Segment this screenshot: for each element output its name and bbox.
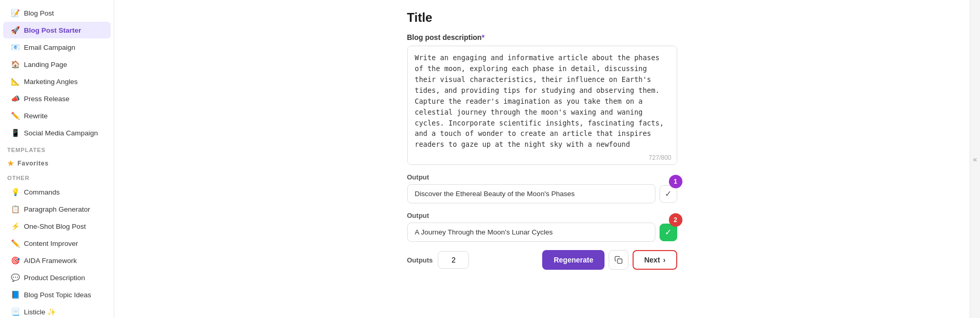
content-improver-icon: ✏️ bbox=[10, 239, 20, 248]
sidebar-item-label: Commands bbox=[24, 188, 60, 196]
sidebar-item-label: Product Description bbox=[24, 274, 85, 282]
sidebar-item-product-description[interactable]: 💬 Product Description bbox=[3, 269, 111, 286]
one-shot-icon: ⚡ bbox=[10, 222, 20, 231]
templates-section-label: TEMPLATES bbox=[0, 142, 114, 155]
marketing-angles-icon: 📐 bbox=[10, 77, 20, 86]
rewrite-icon: ✏️ bbox=[10, 111, 20, 120]
sidebar-item-content-improver[interactable]: ✏️ Content Improver bbox=[3, 235, 111, 252]
sidebar-item-commands[interactable]: 💡 Commands bbox=[3, 184, 111, 200]
page-title: Title bbox=[407, 10, 677, 25]
output1-input[interactable] bbox=[407, 184, 655, 203]
output2-input[interactable] bbox=[407, 223, 655, 242]
email-campaign-icon: 📧 bbox=[10, 43, 20, 52]
sidebar-item-label: Email Campaign bbox=[24, 44, 75, 51]
sidebar-item-aida-framework[interactable]: 🎯 AIDA Framework bbox=[3, 252, 111, 269]
outputs-count-input[interactable] bbox=[438, 251, 469, 269]
blog-post-starter-icon: 🚀 bbox=[10, 25, 20, 35]
next-button[interactable]: Next › bbox=[633, 250, 677, 270]
main-content: Title Blog post description* Write an en… bbox=[114, 0, 970, 318]
paragraph-generator-icon: 📋 bbox=[10, 204, 20, 214]
outputs-row: Outputs Regenerate Next › bbox=[407, 250, 677, 270]
panel: Title Blog post description* Write an en… bbox=[407, 10, 677, 270]
sidebar-item-label: Listicle ✨ bbox=[24, 308, 56, 316]
sidebar-item-landing-page[interactable]: 🏠 Landing Page bbox=[3, 56, 111, 73]
listicle-icon: 📃 bbox=[10, 307, 20, 316]
sidebar-item-blog-post-starter[interactable]: 🚀 Blog Post Starter bbox=[3, 22, 111, 38]
sidebar-item-label: Marketing Angles bbox=[24, 78, 78, 86]
description-field-label: Blog post description* bbox=[407, 33, 677, 42]
sidebar-item-label: Social Media Campaign bbox=[24, 129, 98, 137]
sidebar-item-email-campaign[interactable]: 📧 Email Campaign bbox=[3, 39, 111, 56]
copy-icon-button[interactable] bbox=[609, 250, 628, 270]
char-count: 727/800 bbox=[408, 152, 677, 164]
regenerate-button[interactable]: Regenerate bbox=[542, 250, 605, 270]
sidebar-item-label: Paragraph Generator bbox=[24, 205, 90, 213]
commands-icon: 💡 bbox=[10, 187, 20, 197]
sidebar-item-label: Landing Page bbox=[24, 61, 67, 68]
social-media-icon: 📱 bbox=[10, 128, 20, 137]
sidebar-item-label: Content Improver bbox=[24, 240, 78, 247]
aida-icon: 🎯 bbox=[10, 256, 20, 265]
output2-row: ✓ 2 bbox=[407, 223, 677, 242]
blog-post-icon: 📝 bbox=[10, 8, 20, 18]
sidebar-item-blog-post[interactable]: 📝 Blog Post bbox=[3, 5, 111, 21]
sidebar-item-label: Press Release bbox=[24, 95, 70, 103]
next-button-label: Next bbox=[644, 256, 660, 264]
output2-label: Output bbox=[407, 212, 677, 219]
outputs-label: Outputs bbox=[407, 256, 433, 264]
sidebar-item-paragraph-generator[interactable]: 📋 Paragraph Generator bbox=[3, 201, 111, 217]
actions-row: Regenerate Next › bbox=[474, 250, 677, 270]
topic-ideas-icon: 📘 bbox=[10, 290, 20, 299]
sidebar-item-rewrite[interactable]: ✏️ Rewrite bbox=[3, 107, 111, 124]
sidebar-item-one-shot-blog-post[interactable]: ⚡ One-Shot Blog Post bbox=[3, 218, 111, 234]
collapse-arrow-icon: « bbox=[973, 155, 977, 163]
output1-check-button[interactable]: ✓ bbox=[660, 185, 677, 203]
description-wrapper: Write an engaging and informative articl… bbox=[407, 46, 677, 165]
other-section-label: Other bbox=[0, 170, 114, 183]
star-icon: ★ bbox=[7, 159, 15, 168]
product-desc-icon: 💬 bbox=[10, 273, 20, 282]
output1-label: Output bbox=[407, 173, 677, 181]
output1-row: ✓ 1 bbox=[407, 184, 677, 203]
press-release-icon: 📣 bbox=[10, 94, 20, 103]
sidebar-item-marketing-angles[interactable]: 📐 Marketing Angles bbox=[3, 73, 111, 90]
sidebar-item-blog-post-topic-ideas[interactable]: 📘 Blog Post Topic Ideas bbox=[3, 286, 111, 303]
sidebar-item-label: Blog Post bbox=[24, 9, 54, 17]
sidebar-item-label: Blog Post Topic Ideas bbox=[24, 291, 91, 299]
svg-rect-0 bbox=[617, 259, 622, 264]
sidebar-item-label: AIDA Framework bbox=[24, 257, 77, 265]
sidebar-item-label: One-Shot Blog Post bbox=[24, 223, 86, 230]
favorites-label: ★ Favorites bbox=[0, 155, 114, 170]
sidebar-item-listicle[interactable]: 📃 Listicle ✨ bbox=[3, 303, 111, 318]
sidebar-item-press-release[interactable]: 📣 Press Release bbox=[3, 90, 111, 107]
description-textarea[interactable]: Write an engaging and informative articl… bbox=[408, 46, 677, 150]
right-collapse-button[interactable]: « bbox=[970, 0, 980, 318]
chevron-right-icon: › bbox=[663, 256, 666, 264]
output2-check-button[interactable]: ✓ bbox=[660, 224, 677, 241]
sidebar-item-label: Blog Post Starter bbox=[24, 26, 81, 34]
sidebar-item-label: Rewrite bbox=[24, 112, 48, 120]
sidebar-item-social-media-campaign[interactable]: 📱 Social Media Campaign bbox=[3, 125, 111, 141]
sidebar: 📝 Blog Post 🚀 Blog Post Starter 📧 Email … bbox=[0, 0, 114, 318]
landing-page-icon: 🏠 bbox=[10, 60, 20, 69]
